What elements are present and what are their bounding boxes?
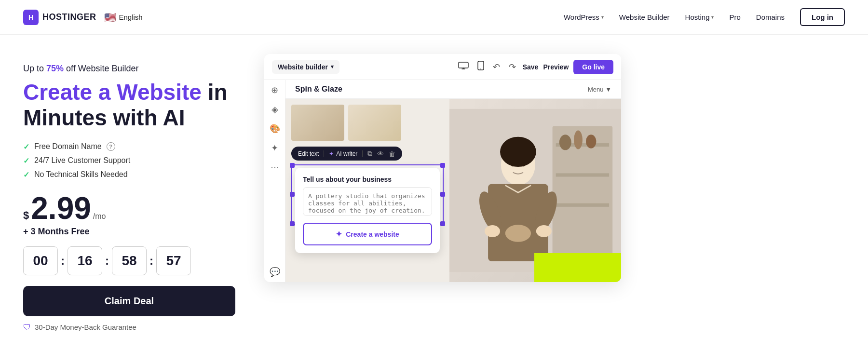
info-icon[interactable]: ? [107, 142, 115, 151]
undo-icon[interactable]: ↶ [491, 60, 502, 74]
image-thumb-2 [348, 105, 401, 141]
feature-support-text: 24/7 Live Customer Support [34, 156, 130, 165]
svg-rect-0 [459, 62, 468, 68]
ai-writer-button[interactable]: ✦ AI writer [329, 150, 357, 157]
countdown-timer: 00 : 16 : 58 : 57 [23, 246, 235, 275]
chat-icon[interactable]: 💬 [270, 267, 280, 277]
svg-point-9 [574, 130, 583, 149]
feature-domain: ✓ Free Domain Name ? [23, 142, 235, 151]
svg-rect-6 [556, 173, 609, 176]
check-icon: ✓ [23, 156, 29, 165]
navbar-right: WordPress ▾ Website Builder Hosting ▾ Pr… [564, 8, 845, 26]
builder-body: ⊕ ◈ 🎨 ✦ ⋯ 💬 Spin & Glaze Menu ▼ [264, 80, 621, 282]
edit-text-button[interactable]: Edit text [298, 150, 319, 157]
price-dollar: $ [23, 209, 29, 222]
builder-actions: ↶ ↷ Save Preview Go live [456, 59, 613, 75]
guarantee-text: 30-Day Money-Back Guarantee [35, 323, 136, 331]
site-name: Spin & Glaze [295, 85, 342, 94]
resize-handle-ml[interactable] [290, 192, 295, 197]
save-button[interactable]: Save [523, 63, 539, 71]
svg-point-16 [536, 225, 552, 237]
add-icon[interactable]: ⊕ [271, 85, 278, 95]
navbar: H HOSTINGER 🇺🇸 English WordPress ▾ Websi… [0, 0, 868, 35]
canvas-content-left: Edit text ✦ AI writer ⧉ 👁 🗑 [285, 99, 449, 282]
resize-handle-bl[interactable] [290, 221, 295, 226]
resize-handle-tl[interactable] [290, 163, 295, 168]
chat-title: Tell us about your business [303, 175, 432, 183]
toolbar-divider [324, 150, 324, 157]
builder-title-button[interactable]: Website builder ▾ [272, 60, 339, 74]
countdown-separator: : [61, 254, 65, 268]
canvas-content-right [449, 99, 621, 282]
image-thumb-1 [291, 105, 344, 141]
preview-button[interactable]: Preview [543, 63, 569, 71]
shield-icon: 🛡 [23, 323, 31, 332]
logo[interactable]: H HOSTINGER [23, 10, 96, 25]
nav-item-domains[interactable]: Domains [756, 13, 785, 21]
eye-icon[interactable]: 👁 [377, 150, 384, 158]
features-list: ✓ Free Domain Name ? ✓ 24/7 Live Custome… [23, 142, 235, 179]
countdown-separator: : [105, 254, 109, 268]
resize-handle-tr[interactable] [440, 163, 445, 168]
nav-item-website-builder[interactable]: Website Builder [619, 13, 670, 21]
countdown-hours: 00 [23, 246, 58, 275]
site-header: Spin & Glaze Menu ▼ [285, 80, 621, 99]
claim-deal-button[interactable]: Claim Deal [23, 286, 235, 316]
sparkle-icon: ✦ [336, 229, 342, 239]
tagline: Up to 75% off Website Builder [23, 64, 235, 74]
logo-icon: H [23, 10, 39, 25]
flag-icon: 🇺🇸 [104, 12, 116, 23]
image-thumbnails-row [285, 99, 449, 147]
desktop-icon[interactable] [456, 60, 471, 74]
more-icon[interactable]: ⋯ [271, 162, 279, 173]
builder-title-text: Website builder [278, 63, 328, 71]
trash-icon[interactable]: 🗑 [389, 150, 395, 158]
svg-rect-7 [556, 203, 609, 207]
chat-input[interactable] [303, 187, 432, 216]
main-content: Up to 75% off Website Builder Create a W… [0, 35, 868, 343]
redo-icon[interactable]: ↷ [507, 60, 518, 74]
bonus-text: + 3 Months Free [23, 227, 235, 237]
create-website-button[interactable]: ✦ Create a website [303, 223, 432, 245]
hero-right-panel: Website builder ▾ ↶ ↷ Save Preview Go li… [264, 54, 845, 343]
mobile-icon[interactable] [475, 59, 486, 75]
go-live-button[interactable]: Go live [573, 60, 613, 74]
svg-point-8 [559, 135, 571, 150]
tagline-suffix: off Website Builder [64, 64, 138, 73]
builder-sidebar: ⊕ ◈ 🎨 ✦ ⋯ 💬 [264, 80, 285, 282]
layers-icon[interactable]: ◈ [271, 104, 278, 115]
check-icon: ✓ [23, 142, 29, 151]
feature-support: ✓ 24/7 Live Customer Support [23, 156, 235, 165]
nav-item-pro[interactable]: Pro [729, 13, 740, 21]
resize-handle-br[interactable] [440, 221, 445, 226]
sparkle-icon: ✦ [329, 150, 334, 157]
nav-item-hosting[interactable]: Hosting ▾ [685, 13, 714, 21]
chevron-down-icon: ▾ [331, 64, 334, 70]
edit-toolbar: Edit text ✦ AI writer ⧉ 👁 🗑 [291, 147, 402, 161]
login-button[interactable]: Log in [800, 8, 845, 26]
chevron-down-icon: ▾ [711, 14, 714, 20]
price-row: $ 2.99 /mo [23, 193, 235, 224]
toolbar-divider [362, 150, 363, 157]
language-selector[interactable]: 🇺🇸 English [104, 12, 143, 23]
svg-point-10 [586, 135, 596, 148]
builder-topbar: Website builder ▾ ↶ ↷ Save Preview Go li… [264, 54, 621, 80]
svg-point-18 [500, 137, 536, 167]
copy-icon[interactable]: ⧉ [367, 149, 372, 158]
resize-handle-mr[interactable] [440, 192, 445, 197]
magic-icon[interactable]: ✦ [271, 143, 278, 153]
price-main: 2.99 [31, 193, 91, 224]
logo-text: HOSTINGER [42, 12, 96, 22]
svg-point-15 [485, 225, 500, 237]
headline: Create a Website in Minutes with AI [23, 80, 235, 131]
builder-window: Website builder ▾ ↶ ↷ Save Preview Go li… [264, 54, 621, 282]
language-label: English [119, 13, 143, 21]
nav-item-wordpress[interactable]: WordPress ▾ [564, 13, 604, 21]
navbar-left: H HOSTINGER 🇺🇸 English [23, 10, 143, 25]
paint-icon[interactable]: 🎨 [270, 123, 280, 134]
price-unit: /mo [93, 212, 106, 221]
feature-noskills: ✓ No Technical Skills Needed [23, 170, 235, 179]
hero-left-panel: Up to 75% off Website Builder Create a W… [23, 54, 235, 332]
check-icon: ✓ [23, 170, 29, 179]
chevron-down-icon: ▾ [601, 14, 604, 20]
